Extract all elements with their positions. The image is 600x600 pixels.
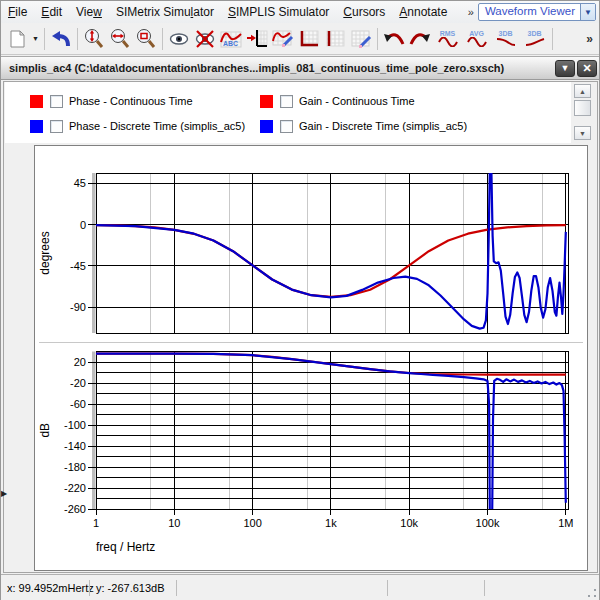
phase-y-tick-label: -45 xyxy=(70,260,86,272)
status-divider xyxy=(176,580,177,596)
gain-y-tick-label: 20 xyxy=(74,356,86,368)
menu-edit[interactable]: Edit xyxy=(34,3,69,21)
toolbar-separator xyxy=(77,28,78,50)
curve-select-checkbox[interactable] xyxy=(50,95,63,108)
phase-y-tick-label: -90 xyxy=(70,301,86,313)
menu-annotate[interactable]: Annotate xyxy=(392,3,454,21)
phase-y-tick-label: 45 xyxy=(74,177,86,189)
gain-y-tick-label: -180 xyxy=(64,461,86,473)
avg-button[interactable]: AVG xyxy=(462,26,491,52)
legend-item-gain-continuous: Gain - Continuous Time xyxy=(260,94,415,108)
rms-label: RMS xyxy=(440,30,456,37)
x-tick-label: 1k xyxy=(325,517,337,529)
phase-axis-spine xyxy=(92,173,96,333)
curve-arrow-right-icon xyxy=(408,29,432,49)
edit-curve-button[interactable] xyxy=(270,26,296,52)
new-plot-dropdown-icon[interactable]: ▼ xyxy=(30,26,41,52)
gain-y-tick-label: -60 xyxy=(70,398,86,410)
add-vertical-axis-button[interactable] xyxy=(322,26,348,52)
new-plot-button[interactable] xyxy=(4,26,30,52)
zoom-vertical-icon xyxy=(83,28,105,50)
menu-simetrix-simulator[interactable]: SIMetrix Simulator xyxy=(109,3,221,21)
plot-tab-title: simplis_ac4 (C:\data\documentation\branc… xyxy=(1,62,555,74)
bode-plot-svg: 450-45-90degrees20-20-60-100-140-180-220… xyxy=(35,146,587,570)
legend-scrollbar[interactable]: ▲ ▼ xyxy=(574,84,591,141)
x-tick-label: 100 xyxy=(243,517,261,529)
show-curve-button[interactable] xyxy=(166,26,192,52)
previous-peak-button[interactable] xyxy=(381,26,407,52)
chart-panel[interactable]: 450-45-90degrees20-20-60-100-140-180-220… xyxy=(34,145,588,571)
add-axis-button[interactable] xyxy=(296,26,322,52)
x-tick-label: 10 xyxy=(168,517,180,529)
cursor-y-readout: y: -267.613dB xyxy=(90,582,176,594)
resize-grip[interactable] xyxy=(587,588,597,598)
curve-color-swatch xyxy=(260,95,273,108)
zoom-fit-x-button[interactable] xyxy=(107,26,133,52)
rms-button[interactable]: RMS xyxy=(433,26,462,52)
status-divider xyxy=(387,580,388,596)
gain-axis-spine xyxy=(92,352,96,510)
tab-close-button[interactable]: ✕ xyxy=(577,60,597,77)
splitter-collapse-icon[interactable]: ▶ xyxy=(1,487,10,500)
toolbar-separator xyxy=(44,28,45,50)
3db-falling-curve-icon xyxy=(495,37,517,47)
scrollbar-thumb[interactable] xyxy=(574,100,591,116)
svg-text:ABC: ABC xyxy=(223,40,238,47)
edit-grid-button[interactable] xyxy=(348,26,374,52)
3db-high-button[interactable]: 3DB xyxy=(520,26,549,52)
tab-list-dropdown-button[interactable]: ▼ xyxy=(555,60,575,77)
viewer-mode-value: Waveform Viewer xyxy=(479,4,580,20)
avg-label: AVG xyxy=(469,30,484,37)
toolbar-overflow-chevron[interactable]: » xyxy=(586,32,593,46)
vertical-axis-grid-icon xyxy=(323,28,347,50)
legend-item-phase-continuous: Phase - Continuous Time xyxy=(30,94,193,108)
3db-low-button[interactable]: 3DB xyxy=(491,26,520,52)
curve-color-swatch xyxy=(260,120,273,133)
undo-button[interactable] xyxy=(48,26,74,52)
toolbar: ▼ xyxy=(1,23,599,55)
gain-axis-title: dB xyxy=(38,423,52,438)
plot-content-area: Phase - Continuous Time Phase - Discrete… xyxy=(3,81,598,573)
menu-simplis-simulator[interactable]: SIMPLIS Simulator xyxy=(221,3,336,21)
curve-color-swatch xyxy=(30,95,43,108)
scroll-down-icon[interactable]: ▼ xyxy=(574,126,591,140)
menubar-overflow-chevron[interactable]: » xyxy=(464,6,478,18)
curve-select-checkbox[interactable] xyxy=(280,95,293,108)
curve-color-swatch xyxy=(30,120,43,133)
viewer-mode-combobox[interactable]: Waveform Viewer ▼ xyxy=(478,3,596,21)
move-curve-to-axis-button[interactable] xyxy=(244,26,270,52)
combo-dropdown-icon[interactable]: ▼ xyxy=(580,4,595,20)
curve-legend-label: Gain - Discrete Time (simplis_ac5) xyxy=(299,120,467,132)
rms-sine-icon xyxy=(437,37,459,47)
eye-crossed-icon xyxy=(194,28,216,50)
curve-pencil-icon xyxy=(271,28,295,50)
next-peak-button[interactable] xyxy=(407,26,433,52)
x-tick-label: 1M xyxy=(558,517,573,529)
menu-cursors[interactable]: Cursors xyxy=(336,3,392,21)
status-bar: x: 99.4952mHertz y: -267.613dB xyxy=(1,574,599,600)
curve-select-checkbox[interactable] xyxy=(50,120,63,133)
x-tick-label: 10k xyxy=(400,517,418,529)
annotate-curve-button[interactable]: ABC xyxy=(218,26,244,52)
curve-legend-label: Gain - Continuous Time xyxy=(299,95,415,107)
undo-icon xyxy=(50,28,72,50)
zoom-fit-y-button[interactable] xyxy=(81,26,107,52)
toolbar-separator xyxy=(377,28,378,50)
hide-curve-button[interactable] xyxy=(192,26,218,52)
x-axis-title: freq / Hertz xyxy=(96,540,155,554)
gain-y-tick-label: -140 xyxy=(64,440,86,452)
curve-select-checkbox[interactable] xyxy=(280,120,293,133)
3db-low-label: 3DB xyxy=(498,30,512,37)
toolbar-separator xyxy=(552,28,553,50)
scroll-up-icon[interactable]: ▲ xyxy=(574,84,591,98)
new-page-icon xyxy=(7,29,27,49)
phase-y-tick-label: 0 xyxy=(80,219,86,231)
menu-file[interactable]: File xyxy=(1,3,34,21)
status-divider xyxy=(484,580,485,596)
zoom-box-button[interactable] xyxy=(133,26,159,52)
abc-curve-icon: ABC xyxy=(219,28,243,50)
gain-y-tick-label: -100 xyxy=(64,419,86,431)
legend-item-phase-discrete: Phase - Discrete Time (simplis_ac5) xyxy=(30,119,245,133)
menu-view[interactable]: View xyxy=(69,3,109,21)
plot-tab-bar: simplis_ac4 (C:\data\documentation\branc… xyxy=(1,56,599,80)
